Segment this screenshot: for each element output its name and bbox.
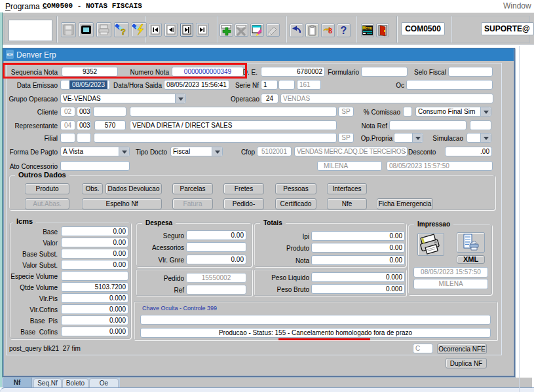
svg-text:Menu: Menu — [362, 25, 372, 31]
svg-text:?: ? — [121, 27, 126, 37]
svg-text:8: 8 — [328, 27, 332, 35]
